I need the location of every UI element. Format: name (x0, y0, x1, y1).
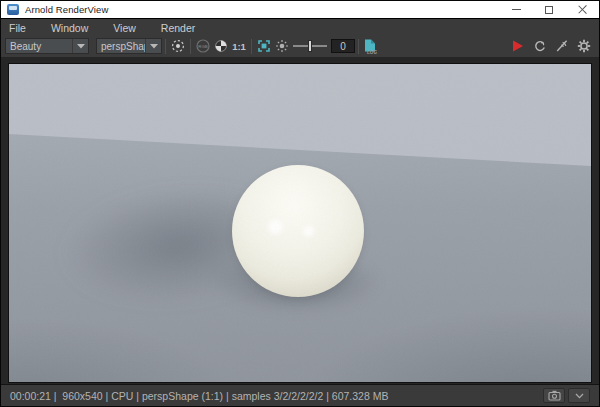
render-settings-button[interactable] (575, 37, 593, 55)
titlebar: Arnold RenderView (1, 1, 599, 19)
restart-render-button[interactable] (531, 37, 549, 55)
camera-icon (548, 390, 561, 401)
toolbar-right-group (509, 37, 593, 55)
aov-dropdown[interactable]: Beauty (5, 38, 89, 54)
background-toggle-button[interactable] (212, 37, 230, 55)
slider-handle[interactable] (308, 40, 312, 52)
menubar: File Window View Render (1, 20, 599, 35)
statusbar: 00:00:21 | 960x540 | CPU | perspShape (1… (1, 385, 599, 406)
aov-dropdown-value: Beauty (6, 41, 72, 52)
toolbar-separator (165, 39, 166, 54)
toolbar-separator (358, 39, 359, 54)
region-render-button[interactable] (255, 37, 273, 55)
close-button[interactable] (577, 5, 587, 15)
window-controls (511, 5, 587, 15)
render-image[interactable] (8, 63, 592, 383)
maximize-icon (545, 6, 553, 14)
snapshot-menu-button[interactable] (568, 388, 590, 403)
exposure-slider[interactable] (293, 39, 327, 53)
camera-dropdown[interactable]: perspShape (96, 38, 162, 54)
svg-text:RGB: RGB (198, 44, 208, 49)
chevron-down-icon (145, 39, 161, 53)
zoom-reset-button[interactable]: 1:1 (230, 37, 248, 55)
abort-ipr-icon (554, 38, 570, 54)
menu-window[interactable]: Window (51, 22, 88, 34)
minimize-icon (512, 9, 521, 11)
start-render-button[interactable] (509, 37, 527, 55)
chevron-down-icon (575, 393, 584, 399)
menu-file[interactable]: File (9, 22, 26, 34)
camera-dropdown-value: perspShape (97, 41, 145, 52)
gear-icon (576, 38, 592, 54)
zoom-ratio-label: 1:1 (230, 41, 248, 52)
rgb-channel-icon: RGB (195, 38, 211, 54)
show-log-button[interactable]: LOG (362, 37, 380, 55)
crop-region-icon (256, 38, 272, 54)
toolbar-separator (251, 39, 252, 54)
arnold-renderview-window: Arnold RenderView File Window View Rende… (0, 0, 600, 407)
window-title: Arnold RenderView (25, 4, 108, 15)
menu-view[interactable]: View (113, 22, 136, 34)
snapshot-buttons (543, 388, 590, 403)
refresh-icon (532, 38, 548, 54)
target-icon (170, 38, 186, 54)
maximize-button[interactable] (544, 5, 554, 15)
rendered-sphere (232, 165, 364, 297)
abort-render-button[interactable] (553, 37, 571, 55)
menu-render[interactable]: Render (161, 22, 195, 34)
take-snapshot-button[interactable] (543, 388, 565, 403)
sun-icon (274, 38, 290, 54)
render-status-text: 00:00:21 | 960x540 | CPU | perspShape (1… (10, 390, 388, 402)
checker-circle-icon (213, 38, 229, 54)
svg-text:LOG: LOG (367, 49, 377, 54)
isolate-selected-button[interactable] (169, 37, 187, 55)
channel-display-button[interactable]: RGB (194, 37, 212, 55)
viewport-frame (1, 57, 599, 385)
app-icon (7, 4, 19, 15)
exposure-button[interactable] (273, 37, 291, 55)
exposure-value-field[interactable]: 0 (331, 39, 355, 53)
log-file-icon: LOG (362, 38, 380, 55)
chevron-down-icon (72, 39, 88, 53)
close-icon (578, 5, 587, 14)
play-icon (511, 39, 525, 53)
toolbar-separator (190, 39, 191, 54)
minimize-button[interactable] (511, 5, 521, 15)
toolbar: Beauty perspShape RGB (1, 35, 599, 57)
